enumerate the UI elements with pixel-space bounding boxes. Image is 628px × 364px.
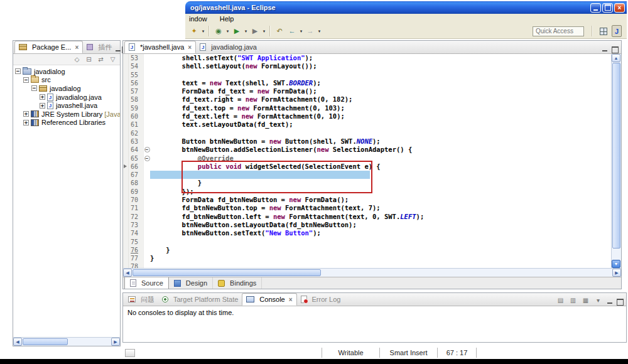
minimize-editor-icon[interactable] [600, 45, 609, 53]
dropdown-caret-icon[interactable]: ▾ [225, 29, 230, 34]
last-edit-location-icon[interactable]: ↶ [273, 25, 286, 37]
dropdown-caret-icon[interactable]: ▾ [243, 29, 249, 34]
expander-minus-icon[interactable]: − [23, 77, 29, 83]
line-number-ruler[interactable]: 5354555657585960616263646566676869707172… [129, 54, 143, 268]
code-line[interactable]: shell.setText("SWT Application"); [150, 54, 611, 62]
editor-vscrollbar[interactable]: ▲ ▼ [611, 54, 621, 268]
display-selected-console-icon[interactable]: ▥ [568, 296, 578, 306]
tab-javadialog-java[interactable]: javadialog.java [196, 41, 261, 53]
expander-minus-icon[interactable]: − [31, 85, 37, 91]
code-line[interactable]: fd_btnNewButton.left = new FormAttachmen… [150, 213, 611, 221]
scroll-left-icon[interactable]: ◀ [13, 338, 22, 346]
close-tab-icon[interactable] [75, 44, 78, 51]
code-line[interactable] [150, 171, 611, 179]
expander-plus-icon[interactable]: + [23, 111, 29, 117]
dropdown-caret-icon[interactable]: ▾ [317, 29, 322, 34]
folding-ruler[interactable]: −− [143, 54, 150, 268]
code-text[interactable]: shell.setText("SWT Application"); shell.… [150, 54, 611, 268]
expander-plus-icon[interactable]: + [23, 120, 29, 126]
tab-target-platform-state[interactable]: Target Platform State [158, 293, 242, 306]
link-with-editor-icon[interactable]: ⇄ [95, 55, 106, 65]
tab-plugins[interactable]: 插件 [83, 41, 116, 53]
tab-bindings[interactable]: Bindings [213, 277, 262, 289]
package-explorer-hscrollbar[interactable]: ◀ ▶ [13, 337, 120, 346]
quick-access-input[interactable] [533, 26, 584, 36]
new-wizard-icon[interactable]: ✦ [188, 25, 200, 37]
minimize-view-icon[interactable] [605, 297, 614, 306]
tree-item-jre-system-library[interactable]: +JRE System Library[JavaSE-1. [13, 110, 120, 119]
scroll-right-icon[interactable]: ▶ [111, 338, 120, 346]
tab-javashell-java[interactable]: *javashell.java [124, 41, 196, 53]
code-line[interactable]: fd_btnNewButton.top = new FormAttachment… [150, 204, 611, 212]
code-line[interactable]: shell.setLayout(new FormLayout()); [150, 62, 611, 70]
tree-item-referenced-libraries[interactable]: +Referenced Libraries [13, 119, 120, 127]
code-line[interactable] [150, 71, 611, 79]
code-line[interactable]: fd_text.left = new FormAttachment(0, 10)… [150, 112, 611, 120]
open-perspective-icon[interactable] [597, 25, 610, 37]
code-line[interactable]: } [150, 179, 611, 187]
code-line[interactable]: public void widgetSelected(SelectionEven… [150, 163, 611, 171]
debug-icon[interactable]: ◉ [212, 25, 225, 37]
code-line[interactable] [150, 238, 611, 246]
maximize-view-icon[interactable] [615, 297, 625, 306]
scrollbar-thumb[interactable] [133, 269, 321, 276]
editor-hscrollbar[interactable]: ◀ ▶ [123, 268, 621, 277]
tree-item-javashell-java[interactable]: +javashell.java [13, 101, 120, 110]
tab-problems[interactable]: 问题 [124, 293, 158, 306]
code-line[interactable]: @Override [150, 154, 611, 163]
tree-item-src[interactable]: −src [13, 76, 120, 85]
expander-plus-icon[interactable]: + [40, 94, 45, 100]
code-line[interactable]: FormData fd_btnNewButton = new FormData(… [150, 196, 611, 204]
console-menu-icon[interactable]: ▾ [593, 296, 604, 306]
code-line[interactable]: }); [150, 188, 611, 196]
tree-item-javadialog[interactable]: −javadialog [13, 84, 120, 93]
code-line[interactable]: } [150, 254, 611, 262]
code-line[interactable]: fd_text.right = new FormAttachment(0, 18… [150, 95, 611, 104]
tree-item-javadialog-java[interactable]: +javadialog.java [13, 93, 120, 102]
close-tab-icon[interactable] [188, 44, 192, 51]
tab-design[interactable]: Design [169, 277, 213, 289]
focus-icon[interactable]: ◇ [72, 55, 82, 65]
code-line[interactable]: } [150, 246, 611, 254]
menu-help[interactable]: Help [218, 14, 236, 23]
code-line[interactable]: fd_text.top = new FormAttachment(0, 103)… [150, 104, 611, 112]
scroll-left-icon[interactable]: ◀ [123, 269, 132, 277]
menu-window[interactable]: indow [187, 14, 209, 23]
scroll-right-icon[interactable]: ▶ [612, 269, 621, 277]
close-tab-icon[interactable] [289, 296, 293, 303]
tab-console[interactable]: Console [242, 293, 296, 306]
tab-error-log[interactable]: Error Log [297, 293, 345, 306]
back-icon[interactable]: ← [286, 25, 298, 37]
code-line[interactable]: text = new Text(shell, SWT.BORDER); [150, 79, 611, 87]
code-line[interactable]: btnNewButton.addSelectionListener(new Se… [150, 146, 611, 154]
dropdown-caret-icon[interactable]: ▾ [200, 29, 206, 34]
tab-package-explorer[interactable]: Package E... [14, 41, 83, 53]
code-line[interactable]: Button btnNewButton = new Button(shell, … [150, 137, 611, 146]
close-window-icon[interactable]: × [614, 3, 625, 13]
tree-item-javadialog[interactable]: −javadialog [13, 67, 120, 76]
code-line[interactable]: text.setLayoutData(fd_text); [150, 120, 611, 129]
collapse-all-icon[interactable]: ⊟ [84, 55, 94, 65]
view-menu-icon[interactable]: ▽ [107, 55, 118, 65]
java-perspective-button[interactable]: J [612, 25, 622, 37]
dropdown-caret-icon[interactable]: ▾ [261, 29, 267, 34]
scrollbar-thumb[interactable] [23, 338, 68, 345]
maximize-editor-icon[interactable] [610, 45, 620, 53]
pin-console-icon[interactable]: ▦ [580, 296, 591, 306]
code-line[interactable]: FormData fd_text = new FormData(); [150, 87, 611, 95]
minimize-window-icon[interactable] [590, 3, 601, 13]
expander-plus-icon[interactable]: + [40, 103, 45, 109]
minimize-view-icon[interactable] [116, 45, 121, 53]
tab-source[interactable]: Source [124, 277, 169, 289]
fold-collapse-icon[interactable]: − [144, 147, 150, 153]
open-console-icon[interactable]: ▤ [555, 296, 566, 306]
run-icon[interactable]: ▶ [230, 25, 243, 37]
forward-icon[interactable]: → [304, 25, 317, 37]
code-line[interactable]: btnNewButton.setText("New Button"); [150, 229, 611, 237]
restore-window-icon[interactable] [602, 3, 613, 13]
code-line[interactable] [150, 262, 611, 268]
scrollbar-thumb[interactable] [612, 63, 620, 249]
window-titlebar[interactable]: og/javashell.java - Eclipse × [185, 1, 627, 14]
fold-collapse-icon[interactable]: − [144, 156, 150, 161]
dropdown-caret-icon[interactable]: ▾ [298, 29, 304, 34]
